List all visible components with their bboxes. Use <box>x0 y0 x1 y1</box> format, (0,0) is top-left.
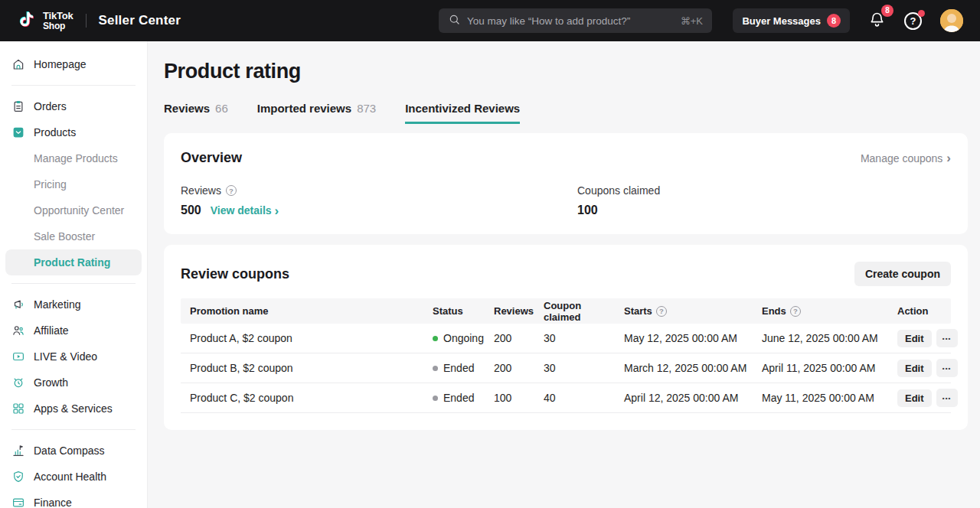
search-input[interactable]: You may like “How to add product?” ⌘+K <box>439 8 712 33</box>
ends-cell: June 12, 2025 00:00 AM <box>753 332 888 344</box>
edit-button[interactable]: Edit <box>897 330 932 347</box>
sidebar-item-orders[interactable]: Orders <box>0 93 147 119</box>
topbar-actions: Buyer Messages 8 8 ? <box>733 0 963 41</box>
stat-label: Reviews <box>181 184 221 197</box>
brand-line2: Shop <box>43 21 74 31</box>
help-icon[interactable]: ? <box>790 306 801 317</box>
sidebar-item-label: Data Compass <box>34 444 105 457</box>
tab-incentivized-reviews[interactable]: Incentivized Reviews <box>405 102 520 124</box>
sidebar-item-label: Growth <box>34 376 68 389</box>
tiktok-shop-logo[interactable]: TikTok Shop <box>17 9 74 33</box>
buyer-messages-button[interactable]: Buyer Messages 8 <box>733 8 850 33</box>
sidebar-item-manage-products[interactable]: Manage Products <box>0 145 147 171</box>
sidebar-item-opportunity-center[interactable]: Opportunity Center <box>0 197 147 223</box>
search-icon <box>448 13 461 29</box>
claimed-cell: 30 <box>534 332 615 344</box>
help-icon[interactable]: ? <box>226 185 237 196</box>
sidebar-item-affiliate[interactable]: Affiliate <box>0 318 147 344</box>
overview-title: Overview <box>181 150 242 166</box>
sidebar-item-label: Apps & Services <box>34 402 113 415</box>
grid-icon <box>11 402 25 415</box>
sidebar-divider <box>11 429 136 430</box>
sidebar-item-apps-services[interactable]: Apps & Services <box>0 396 147 422</box>
top-bar: TikTok Shop Seller Center You may like “… <box>0 0 980 41</box>
sidebar-item-account-health[interactable]: Account Health <box>0 464 147 490</box>
sidebar-item-label: Homepage <box>34 58 87 70</box>
table-row: Product C, $2 coupon Ended 100 40 April … <box>181 383 951 413</box>
sidebar-item-marketing[interactable]: Marketing <box>0 291 147 318</box>
claimed-cell: 40 <box>534 392 615 404</box>
app-title: Seller Center <box>99 13 181 28</box>
promotion-name-cell: Product B, $2 coupon <box>181 362 423 374</box>
tab-label: Reviews <box>164 102 210 115</box>
column-ends: Ends ? <box>753 305 888 317</box>
overview-stats: Reviews ? 500 View details › Coupons cla… <box>181 184 951 217</box>
sidebar-item-label: Products <box>34 126 76 138</box>
more-actions-button[interactable]: ••• <box>936 359 958 377</box>
reviews-cell: 200 <box>485 332 534 344</box>
sidebar-item-homepage[interactable]: Homepage <box>0 51 147 77</box>
tab-reviews[interactable]: Reviews 66 <box>164 102 228 124</box>
tab-imported-reviews[interactable]: Imported reviews 873 <box>257 102 376 124</box>
table-body: Product A, $2 coupon Ongoing 200 30 May … <box>181 324 951 413</box>
brand-divider <box>86 14 87 28</box>
sidebar-item-products[interactable]: Products <box>0 119 147 145</box>
more-actions-button[interactable]: ••• <box>936 329 958 347</box>
tiktok-note-icon <box>17 9 36 33</box>
people-icon <box>11 324 25 337</box>
bar-chart-icon <box>11 444 25 458</box>
overview-card: Overview Manage coupons › Reviews ? 500 … <box>164 133 968 234</box>
table-row: Product A, $2 coupon Ongoing 200 30 May … <box>181 324 951 353</box>
manage-coupons-link[interactable]: Manage coupons › <box>861 151 951 164</box>
sidebar-item-pricing[interactable]: Pricing <box>0 171 147 197</box>
tab-label: Incentivized Reviews <box>405 102 520 115</box>
status-dot <box>433 396 438 401</box>
edit-button[interactable]: Edit <box>897 389 932 407</box>
home-icon <box>11 57 25 71</box>
table-row: Product B, $2 coupon Ended 200 30 March … <box>181 353 951 383</box>
edit-button[interactable]: Edit <box>897 360 932 377</box>
tab-count: 66 <box>215 102 228 115</box>
status-cell: Ended <box>423 362 485 374</box>
status-label: Ended <box>443 392 474 404</box>
sidebar-item-label: Orders <box>34 100 67 112</box>
coupons-table: Promotion name Status Reviews Coupon cla… <box>181 298 951 413</box>
stat-value: 100 <box>577 204 598 217</box>
action-cell: Edit ••• <box>888 389 958 407</box>
manage-coupons-label: Manage coupons <box>861 152 942 164</box>
search-shortcut: ⌘+K <box>681 15 703 27</box>
tab-bar: Reviews 66 Imported reviews 873 Incentiv… <box>164 102 968 124</box>
sidebar-item-data-compass[interactable]: Data Compass <box>0 438 147 464</box>
sidebar-item-finance[interactable]: Finance <box>0 490 147 508</box>
help-icon[interactable]: ? <box>656 306 667 317</box>
action-cell: Edit ••• <box>888 359 958 377</box>
sidebar-divider <box>11 85 136 86</box>
chevron-right-icon: › <box>275 204 279 217</box>
claimed-cell: 30 <box>534 362 615 374</box>
starts-cell: May 12, 2025 00:00 AM <box>615 332 753 344</box>
sidebar-item-live-video[interactable]: LIVE & Video <box>0 344 147 370</box>
sidebar-item-growth[interactable]: Growth <box>0 370 147 396</box>
create-coupon-button[interactable]: Create coupon <box>854 262 951 286</box>
shield-check-icon <box>11 470 25 484</box>
ends-cell: April 11, 2025 00:00 AM <box>753 362 888 374</box>
sidebar-item-label: Affiliate <box>34 324 69 337</box>
avatar[interactable] <box>940 9 963 32</box>
view-details-link[interactable]: View details › <box>211 204 279 217</box>
more-actions-button[interactable]: ••• <box>936 389 958 407</box>
help-button[interactable]: ? <box>904 12 922 30</box>
search-placeholder: You may like “How to add product?” <box>467 15 675 27</box>
status-dot <box>433 336 438 341</box>
products-box-icon <box>11 125 25 139</box>
column-promotion-name: Promotion name <box>181 305 423 317</box>
starts-cell: March 12, 2025 00:00 AM <box>615 362 753 374</box>
column-reviews: Reviews <box>485 305 534 317</box>
column-action: Action <box>888 305 951 317</box>
sidebar-item-product-rating[interactable]: Product Rating <box>5 249 142 275</box>
notifications-button[interactable]: 8 <box>868 11 886 31</box>
status-label: Ongoing <box>443 332 484 344</box>
sidebar-item-label: Opportunity Center <box>34 204 124 217</box>
reviews-cell: 100 <box>485 392 534 404</box>
sidebar-item-sale-booster[interactable]: Sale Booster <box>0 223 147 249</box>
review-coupons-card: Review coupons Create coupon Promotion n… <box>164 245 968 430</box>
